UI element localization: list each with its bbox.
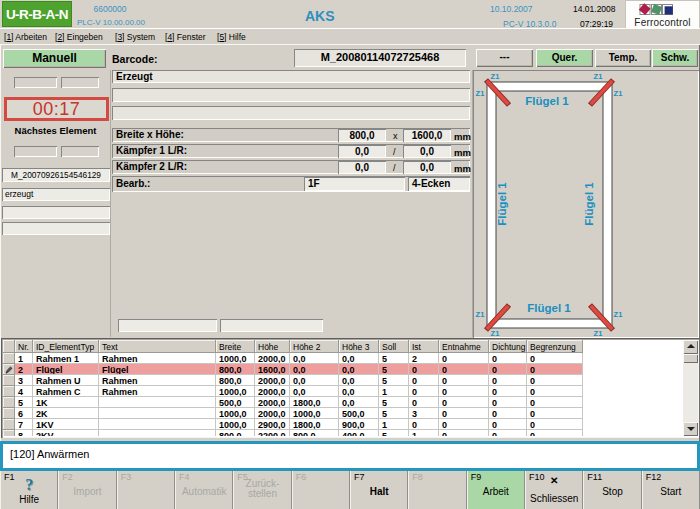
svg-text:Z1: Z1 xyxy=(491,329,500,337)
svg-text:Flügel 1: Flügel 1 xyxy=(583,182,595,226)
svg-text:Z1: Z1 xyxy=(614,310,623,319)
svg-text:Z1: Z1 xyxy=(594,329,603,337)
svg-text:Z1: Z1 xyxy=(594,72,603,81)
svg-text:Z1: Z1 xyxy=(491,72,500,81)
svg-text:Z1: Z1 xyxy=(476,89,485,98)
svg-text:Flügel 1: Flügel 1 xyxy=(496,182,508,226)
svg-text:Z1: Z1 xyxy=(614,89,623,98)
svg-text:Flügel 1: Flügel 1 xyxy=(525,95,569,107)
svg-text:Z1: Z1 xyxy=(476,310,485,319)
svg-text:Flügel 1: Flügel 1 xyxy=(527,302,571,314)
